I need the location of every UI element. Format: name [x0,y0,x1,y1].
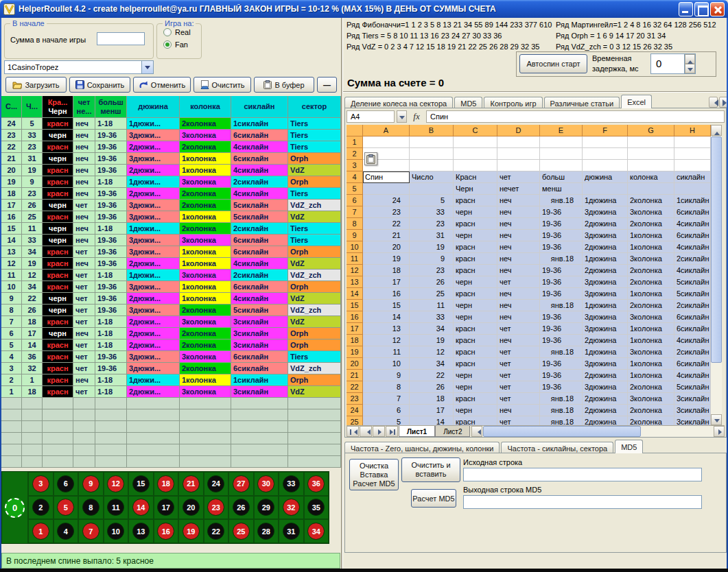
excel-cell-A15[interactable]: 15 [363,300,410,311]
excel-row-header-15[interactable]: 15 [347,300,363,311]
excel-row-header-17[interactable]: 17 [347,323,363,335]
board-cell[interactable]: 35 [304,496,329,520]
excel-cell-D12[interactable]: неч [497,265,540,276]
excel-cell-E7[interactable]: 19-36 [540,206,583,218]
excel-row-header-14[interactable]: 14 [347,288,363,300]
excel-cell-B5[interactable] [410,183,454,195]
excel-cell-C6[interactable]: красн [454,195,497,206]
excel-cell-B10[interactable]: 19 [410,241,454,253]
excel-cell-A4[interactable]: Спин [363,171,410,183]
excel-cell-B14[interactable]: 25 [410,288,454,300]
excel-cell-F7[interactable]: 3дюжина [583,206,628,218]
md5-clear-paste-calc-button[interactable]: Очистка Вставка Расчет MD5 [349,459,399,490]
board-cell[interactable]: 19 [178,519,204,543]
excel-cell-B1[interactable] [410,136,454,148]
excel-corner-cell[interactable] [347,125,363,136]
excel-cell-C21[interactable]: черн [454,370,497,381]
excel-cell-H18[interactable]: 4сиклайн [674,335,711,346]
excel-cell-H12[interactable]: 4сиклайн [674,265,711,276]
excel-cell-A16[interactable]: 14 [363,311,410,323]
excel-cell-E6[interactable]: янв.18 [540,195,583,206]
md5-source-input[interactable] [463,468,702,481]
excel-cell-A10[interactable]: 20 [363,241,410,253]
excel-cell-E11[interactable]: янв.18 [540,253,583,265]
horizontal-scrollbar[interactable] [471,426,725,437]
excel-cell-E25[interactable]: янв.18 [540,416,583,425]
excel-cell-H2[interactable] [674,148,711,160]
excel-cell-E8[interactable]: 19-36 [540,218,583,230]
board-number-23[interactable]: 23 [207,499,224,516]
excel-cell-C7[interactable]: черн [454,206,497,218]
paste-options-icon[interactable] [364,152,377,165]
board-cell[interactable]: 31 [279,519,304,543]
excel-cell-C2[interactable] [454,148,497,160]
excel-cell-A5[interactable] [363,183,410,195]
excel-cell-A14[interactable]: 16 [363,288,410,300]
excel-cell-B9[interactable]: 31 [410,230,454,241]
board-cell[interactable]: 6 [54,472,79,496]
excel-cell-B18[interactable]: 19 [410,335,454,346]
excel-cell-G12[interactable]: 2колонка [628,265,674,276]
scroll-left-icon[interactable] [471,426,482,437]
md5-calc-button[interactable]: Расчет MD5 [411,489,456,508]
excel-row-header-13[interactable]: 13 [347,276,363,288]
excel-cell-A11[interactable]: 19 [363,253,410,265]
excel-cell-C24[interactable]: черн [454,405,497,416]
excel-cell-E15[interactable]: янв.18 [540,300,583,311]
board-cell[interactable]: 2 [28,496,54,520]
board-number-6[interactable]: 6 [57,475,74,492]
collapse-button[interactable]: — [317,77,337,93]
main-tab-5[interactable]: Excel [621,95,652,108]
excel-cell-G7[interactable]: 3колонка [628,206,674,218]
excel-cell-B6[interactable]: 5 [410,195,454,206]
board-number-17[interactable]: 17 [157,499,174,516]
excel-cell-D23[interactable]: чет [497,393,540,405]
excel-cell-F12[interactable]: 2дюжина [583,265,628,276]
excel-cell-D13[interactable]: чет [497,276,540,288]
excel-cell-B22[interactable]: 26 [410,381,454,393]
excel-cell-B8[interactable]: 23 [410,218,454,230]
board-cell[interactable]: 7 [78,519,104,543]
excel-cell-B15[interactable]: 11 [410,300,454,311]
board-cell[interactable]: 18 [154,472,179,496]
excel-cell-E13[interactable]: 19-36 [540,276,583,288]
excel-cell-C25[interactable]: красн [454,416,497,425]
delay-spinner[interactable]: 0 [650,53,696,74]
excel-cell-D4[interactable]: чет [497,171,540,183]
excel-cell-A22[interactable]: 8 [363,381,410,393]
board-number-16[interactable]: 16 [157,523,174,540]
excel-row-header-22[interactable]: 22 [347,381,363,393]
excel-cell-B3[interactable] [410,160,454,171]
excel-cell-D2[interactable] [497,148,540,160]
board-cell[interactable]: 3 [28,472,54,496]
excel-cell-C11[interactable]: красн [454,253,497,265]
excel-cell-B25[interactable]: 14 [410,416,454,425]
excel-cell-B7[interactable]: 33 [410,206,454,218]
excel-cell-H22[interactable]: 5сиклайн [674,381,711,393]
excel-cell-F25[interactable]: 2дюжина [583,416,628,425]
board-number-32[interactable]: 32 [283,499,300,516]
excel-col-header-H[interactable]: H [674,125,711,136]
excel-cell-G23[interactable]: 3колонка [628,393,674,405]
board-number-1[interactable]: 1 [32,523,49,540]
excel-cell-F14[interactable]: 3дюжина [583,288,628,300]
excel-cell-B13[interactable]: 26 [410,276,454,288]
board-zero-cell[interactable]: 0 [2,472,28,543]
excel-cell-F19[interactable]: 1дюжина [583,346,628,358]
board-cell[interactable]: 16 [154,519,179,543]
main-tab-2[interactable]: MD5 [454,97,482,108]
chevron-down-icon[interactable] [141,61,153,73]
excel-cell-H10[interactable]: 4сиклайн [674,241,711,253]
board-cell[interactable]: 26 [228,496,254,520]
autospin-start-button[interactable]: Автоспин старт [519,54,587,73]
board-number-3[interactable]: 3 [32,475,49,492]
excel-cell-A13[interactable]: 17 [363,276,410,288]
excel-cell-A1[interactable] [363,136,410,148]
toolbar-button-5[interactable]: В буфер [254,77,314,93]
scroll-up-icon[interactable] [711,125,722,136]
excel-cell-F21[interactable]: 2дюжина [583,370,628,381]
toolbar-button-3[interactable]: Отменить [133,77,191,93]
excel-cell-D3[interactable] [497,160,540,171]
board-cell[interactable]: 25 [228,519,254,543]
toolbar-button-1[interactable]: Загрузить [5,77,67,93]
